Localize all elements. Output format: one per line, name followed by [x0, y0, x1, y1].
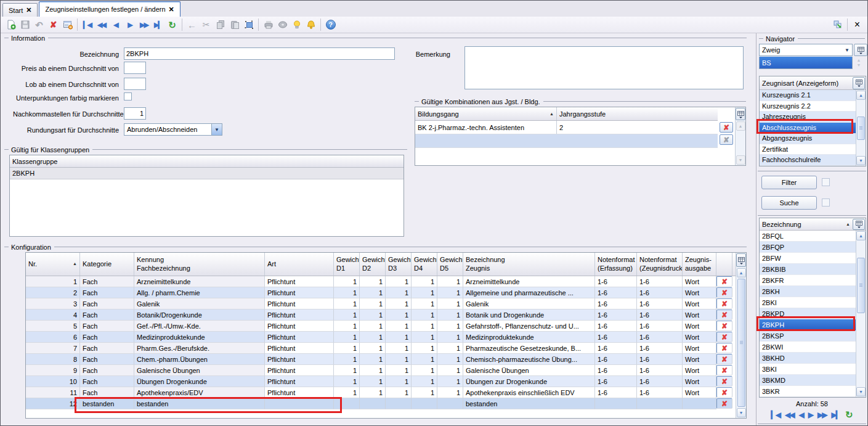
- cell[interactable]: [334, 398, 360, 409]
- scroll-thumb[interactable]: [857, 117, 865, 140]
- nav-fast-prev-icon[interactable]: ◀◀: [94, 18, 108, 31]
- cell[interactable]: 1: [334, 276, 360, 287]
- cell[interactable]: 1: [412, 298, 437, 309]
- delete-row-button[interactable]: ✘: [716, 287, 732, 298]
- cell[interactable]: 3: [26, 298, 80, 309]
- cell[interactable]: Galenik: [134, 298, 265, 309]
- cell[interactable]: Pharm.Ges.-/Berufskde.: [134, 343, 265, 354]
- cell[interactable]: Pflichtunt: [265, 309, 334, 321]
- cell[interactable]: Galenische Übungen: [134, 365, 265, 376]
- cell[interactable]: 1: [386, 298, 412, 309]
- list-item[interactable]: 3BKMD: [760, 375, 856, 386]
- cell[interactable]: [360, 398, 386, 409]
- cell[interactable]: Pflichtunt: [265, 343, 334, 354]
- column-header[interactable]: Gewicht D4: [412, 253, 437, 276]
- field-chooser-icon[interactable]: [736, 253, 746, 267]
- cell[interactable]: Arzneimittelkunde: [463, 276, 595, 287]
- cell[interactable]: 1: [334, 365, 360, 376]
- cell[interactable]: bestanden: [134, 398, 265, 409]
- list-item[interactable]: 2BKPD: [760, 308, 856, 319]
- list-item[interactable]: 2BFQP: [760, 242, 856, 253]
- cell[interactable]: 1-6: [637, 354, 683, 365]
- cell[interactable]: 6: [26, 332, 80, 343]
- nachkommastellen-input[interactable]: [124, 107, 146, 120]
- cell[interactable]: 1: [412, 321, 437, 332]
- cell[interactable]: 1-6: [595, 387, 637, 398]
- table-row[interactable]: 7FachPharm.Ges.-/Berufskde.Pflichtunt111…: [26, 343, 736, 354]
- table-row[interactable]: 3FachGalenikPflichtunt11111Galenik1-61-6…: [26, 298, 736, 309]
- field-chooser-icon[interactable]: [853, 219, 865, 230]
- cell[interactable]: Botanik/Drogenkunde: [134, 309, 265, 321]
- cell[interactable]: Chemisch-pharmazeutische Übung...: [463, 354, 595, 365]
- close-window-icon[interactable]: ×: [850, 18, 864, 31]
- delete-kombination-button[interactable]: ✘: [720, 122, 733, 133]
- scroll-down-icon[interactable]: ▼: [856, 156, 866, 165]
- cell[interactable]: Pflichtunt: [265, 365, 334, 376]
- cell[interactable]: Fach: [80, 365, 134, 376]
- undo-icon[interactable]: ↶: [32, 18, 46, 31]
- cell[interactable]: 9: [26, 365, 80, 376]
- bezeichnung-scrollbar[interactable]: ▲ ▼: [856, 231, 866, 397]
- list-item[interactable]: 2BKFR: [760, 275, 856, 286]
- column-header[interactable]: Nr.▲: [26, 253, 80, 276]
- cell[interactable]: Pharmazeutische Gesetzeskunde, B...: [463, 343, 595, 354]
- table-row[interactable]: 1FachArzneimittelkundePflichtunt11111Arz…: [26, 276, 736, 287]
- list-item[interactable]: Zertifikat: [760, 144, 856, 155]
- cell[interactable]: Wort: [683, 365, 716, 376]
- cell[interactable]: 1: [386, 365, 412, 376]
- cell[interactable]: [683, 398, 716, 409]
- cell[interactable]: Fach: [80, 332, 134, 343]
- bezeichnung-list-header[interactable]: Bezeichnung ▲: [760, 218, 853, 230]
- column-header-klassengruppe[interactable]: Klassengruppe: [10, 155, 404, 167]
- delete-row-button[interactable]: ✘: [716, 321, 732, 331]
- table-row-selected-empty[interactable]: [415, 134, 718, 148]
- list-item[interactable]: 2BFQL: [760, 231, 856, 242]
- cell[interactable]: Wort: [683, 287, 716, 298]
- filter-checkbox[interactable]: [822, 178, 830, 186]
- cell[interactable]: 2: [26, 287, 80, 298]
- nav-last-icon[interactable]: ▶▎: [829, 411, 842, 419]
- cell[interactable]: 1: [334, 287, 360, 298]
- cell[interactable]: 1-6: [595, 332, 637, 343]
- table-row[interactable]: 11FachApothekenpraxis/EDVPflichtunt11111…: [26, 387, 736, 398]
- cell[interactable]: Allgemeine und pharmazeutische ...: [463, 287, 595, 298]
- cell[interactable]: 1-6: [637, 387, 683, 398]
- bezeichnung-input[interactable]: [124, 47, 395, 60]
- scroll-down-icon[interactable]: ▼: [737, 408, 746, 417]
- nav-next-icon[interactable]: ▶: [806, 411, 815, 419]
- column-header[interactable]: Gewicht D1: [334, 253, 360, 276]
- cell[interactable]: Pflichtunt: [265, 354, 334, 365]
- cell[interactable]: 1-6: [595, 321, 637, 332]
- cell[interactable]: Pflichtunt: [265, 276, 334, 287]
- cell[interactable]: Wort: [683, 298, 716, 309]
- print-icon[interactable]: [261, 18, 275, 31]
- cell[interactable]: 5: [26, 321, 80, 332]
- cell[interactable]: 1: [360, 276, 386, 287]
- column-header[interactable]: Zeugnis- ausgabe: [683, 253, 716, 276]
- column-header[interactable]: Notenformat (Erfassung): [595, 253, 637, 276]
- dropdown-arrow-icon[interactable]: ▼: [845, 47, 852, 53]
- cell[interactable]: 1: [412, 309, 437, 321]
- nav-last-icon[interactable]: ▶▎: [151, 18, 165, 31]
- list-item[interactable]: 2BFW: [760, 253, 856, 264]
- new-record-icon[interactable]: [4, 18, 18, 31]
- cell[interactable]: 11: [26, 387, 80, 398]
- cell[interactable]: 1: [437, 276, 463, 287]
- cell[interactable]: 1: [437, 287, 463, 298]
- delete-row-button[interactable]: ✘: [716, 332, 732, 342]
- cell[interactable]: 1-6: [637, 343, 683, 354]
- cell[interactable]: 1: [334, 298, 360, 309]
- cell[interactable]: 1: [360, 287, 386, 298]
- cell[interactable]: Wort: [683, 332, 716, 343]
- cell[interactable]: 1: [386, 321, 412, 332]
- delete-row-button[interactable]: ✘: [716, 276, 732, 287]
- cell[interactable]: 1: [412, 343, 437, 354]
- cell[interactable]: 1: [334, 343, 360, 354]
- table-row[interactable]: 4FachBotanik/DrogenkundePflichtunt11111B…: [26, 309, 736, 321]
- cell[interactable]: Allg. / pharm.Chemie: [134, 287, 265, 298]
- scroll-down-icon[interactable]: ▼: [856, 387, 866, 396]
- cell[interactable]: 1: [437, 332, 463, 343]
- suche-button[interactable]: Suche: [761, 196, 817, 210]
- scroll-up-icon[interactable]: ▲: [736, 121, 745, 131]
- tab-zeugniseinstellungen[interactable]: Zeugniseinstellungen festlegen / ändern …: [39, 1, 180, 17]
